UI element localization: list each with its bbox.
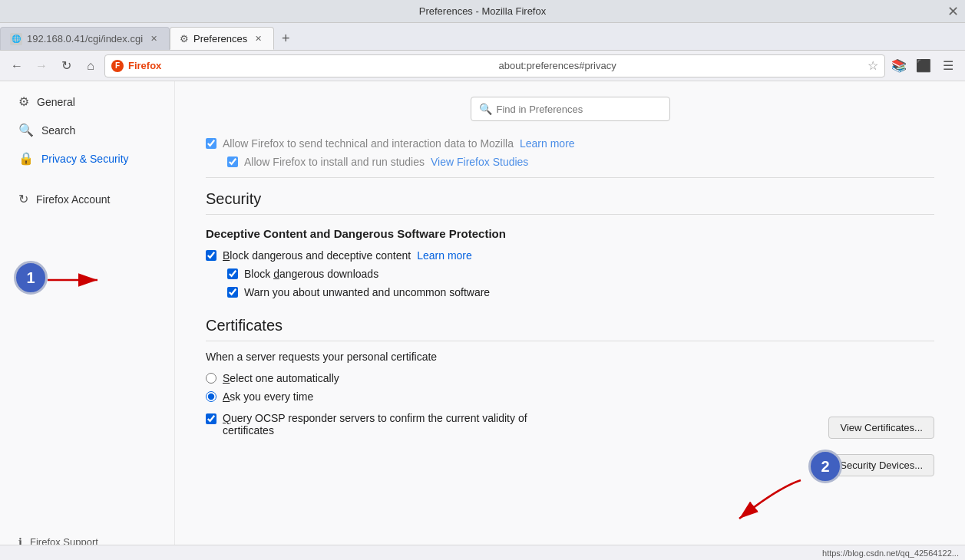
library-button[interactable]: 📚 — [888, 55, 910, 77]
close-window-button[interactable]: ✕ — [947, 3, 959, 20]
find-bar-container: 🔍 — [206, 97, 934, 121]
find-input[interactable] — [497, 104, 662, 115]
mozilla-data-learn-more[interactable]: Learn more — [520, 137, 575, 150]
nav-bar: ← → ↻ ⌂ F Firefox about:preferences#priv… — [0, 51, 965, 81]
block-downloads-item: Block dangerous downloads — [227, 268, 934, 280]
url-text: about:preferences#privacy — [499, 60, 864, 71]
warn-unwanted-label: Warn you about unwanted and uncommon sof… — [244, 286, 490, 298]
tab-ip-favicon: 🌐 — [10, 33, 22, 45]
tab-bar: 🌐 192.168.0.41/cgi/index.cgi ✕ ⚙ Prefere… — [0, 23, 965, 51]
step2-arrow — [716, 473, 808, 534]
preferences-gear-icon: ⚙ — [180, 33, 189, 44]
step1-arrow — [48, 268, 109, 292]
tab-ip-close[interactable]: ✕ — [147, 33, 160, 45]
search-icon: 🔍 — [18, 123, 34, 137]
warn-unwanted-item: Warn you about unwanted and uncommon sof… — [227, 286, 934, 298]
menu-button[interactable]: ☰ — [937, 55, 959, 77]
status-bar: https://blog.csdn.net/qq_42564122... — [0, 545, 965, 560]
block-downloads-checkbox[interactable] — [227, 268, 238, 279]
warn-unwanted-checkbox[interactable] — [227, 287, 238, 298]
ocsp-checkbox[interactable] — [206, 413, 216, 424]
reload-button[interactable]: ↻ — [55, 55, 77, 77]
account-sync-icon: ↻ — [18, 192, 28, 206]
home-button[interactable]: ⌂ — [80, 55, 101, 77]
block-deceptive-item: Block dangerous and deceptive content Le… — [206, 249, 934, 262]
certificates-desc: When a server requests your personal cer… — [206, 351, 934, 363]
forward-button[interactable]: → — [31, 55, 52, 77]
sidebar-item-general[interactable]: ⚙ General — [6, 88, 168, 115]
cert-ask-radio[interactable] — [206, 391, 216, 402]
studies-item: Allow Firefox to install and run studies… — [206, 156, 934, 168]
block-deceptive-label: Block dangerous and deceptive content — [223, 249, 411, 262]
url-favicon: F — [111, 60, 124, 72]
mozilla-data-item: Allow Firefox to send technical and inte… — [206, 137, 934, 150]
bookmark-star-icon[interactable]: ☆ — [868, 58, 878, 73]
privacy-lock-icon: 🔒 — [18, 151, 34, 166]
find-search-icon: 🔍 — [479, 103, 492, 115]
content-area: 🔍 Allow Firefox to send technical and in… — [175, 81, 965, 560]
general-icon: ⚙ — [18, 94, 29, 109]
tab-ip[interactable]: 🌐 192.168.0.41/cgi/index.cgi ✕ — [0, 27, 170, 50]
sidebar-item-privacy-label: Privacy & Security — [41, 153, 129, 165]
block-downloads-label: Block dangerous downloads — [244, 268, 378, 280]
cert-ask-label: Ask you every time — [223, 390, 313, 403]
block-deceptive-checkbox[interactable] — [206, 250, 216, 261]
cert-ask-item: Ask you every time — [206, 390, 934, 403]
sidebar-item-general-label: General — [37, 96, 75, 108]
sidebar-item-firefox-account[interactable]: ↻ Firefox Account — [6, 186, 168, 212]
cert-auto-label: Select one automatically — [223, 372, 339, 384]
step1-circle: 1 — [14, 261, 48, 295]
step2-container: 2 — [808, 450, 842, 483]
tab-preferences-close[interactable]: ✕ — [252, 32, 264, 44]
sidebar-item-privacy[interactable]: 🔒 Privacy & Security — [6, 145, 168, 172]
main-layout: ⚙ General 🔍 Search 🔒 Privacy & Security … — [0, 81, 965, 560]
cert-buttons: View Certificates... Security Devices... — [828, 412, 934, 481]
step1-container: 1 — [14, 261, 48, 295]
ocsp-label: Query OCSP responder servers to confirm … — [223, 412, 527, 424]
scrolled-content: Allow Firefox to send technical and inte… — [206, 137, 934, 168]
view-certificates-button[interactable]: View Certificates... — [828, 417, 934, 439]
new-tab-button[interactable]: + — [274, 27, 297, 50]
step2-circle: 2 — [808, 450, 842, 483]
find-bar: 🔍 — [471, 97, 670, 121]
url-brand: Firefox — [128, 60, 493, 71]
security-devices-button[interactable]: Security Devices... — [828, 454, 934, 476]
back-button[interactable]: ← — [6, 55, 28, 77]
tab-preferences[interactable]: ⚙ Preferences ✕ — [170, 27, 274, 50]
ocsp-label2: certificates — [223, 424, 527, 436]
sidebar-item-account-label: Firefox Account — [36, 193, 111, 206]
certificates-section-title: Certificates — [206, 317, 934, 341]
ocsp-label-container: Query OCSP responder servers to confirm … — [223, 412, 527, 436]
mozilla-data-label: Allow Firefox to send technical and inte… — [223, 137, 514, 150]
status-url: https://blog.csdn.net/qq_42564122... — [822, 548, 959, 558]
cert-auto-item: Select one automatically — [206, 372, 934, 384]
sidebar-item-search-label: Search — [41, 124, 75, 137]
tab-preferences-label: Preferences — [193, 33, 247, 44]
sidebar-toggle-button[interactable]: ⬛ — [913, 55, 934, 77]
title-bar: Preferences - Mozilla Firefox ✕ — [0, 0, 965, 23]
deceptive-section-title: Deceptive Content and Dangerous Software… — [206, 227, 934, 240]
studies-label: Allow Firefox to install and run studies — [244, 156, 425, 168]
url-bar[interactable]: F Firefox about:preferences#privacy ☆ — [104, 54, 885, 77]
sidebar-item-search[interactable]: 🔍 Search — [6, 117, 168, 143]
cert-auto-radio[interactable] — [206, 373, 216, 384]
security-section-title: Security — [206, 190, 934, 215]
mozilla-data-checkbox[interactable] — [206, 138, 216, 149]
window-title: Preferences - Mozilla Firefox — [419, 5, 546, 17]
studies-checkbox[interactable] — [227, 156, 238, 167]
sidebar: ⚙ General 🔍 Search 🔒 Privacy & Security … — [0, 81, 175, 560]
deceptive-learn-more[interactable]: Learn more — [417, 249, 472, 262]
view-studies-link[interactable]: View Firefox Studies — [431, 156, 528, 168]
tab-ip-label: 192.168.0.41/cgi/index.cgi — [27, 33, 143, 44]
nav-tools: 📚 ⬛ ☰ — [888, 55, 959, 77]
